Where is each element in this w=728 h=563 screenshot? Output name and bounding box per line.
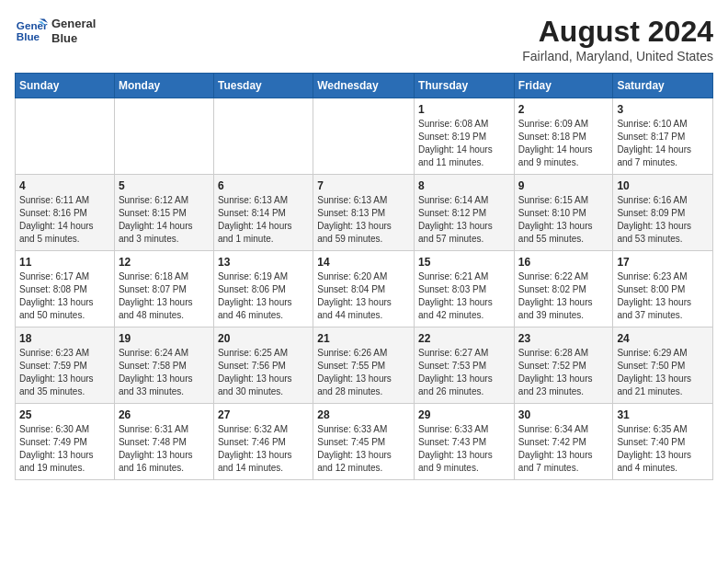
day-info: Sunrise: 6:10 AM Sunset: 8:17 PM Dayligh…: [617, 118, 709, 169]
calendar-week-row: 11Sunrise: 6:17 AM Sunset: 8:08 PM Dayli…: [16, 251, 713, 327]
calendar-cell: 27Sunrise: 6:32 AM Sunset: 7:46 PM Dayli…: [213, 404, 313, 480]
day-info: Sunrise: 6:21 AM Sunset: 8:03 PM Dayligh…: [418, 270, 510, 322]
calendar-cell: 28Sunrise: 6:33 AM Sunset: 7:45 PM Dayli…: [313, 404, 415, 480]
day-number: 1: [418, 103, 510, 116]
day-info: Sunrise: 6:27 AM Sunset: 7:53 PM Dayligh…: [418, 347, 510, 398]
day-info: Sunrise: 6:26 AM Sunset: 7:55 PM Dayligh…: [317, 347, 410, 398]
day-info: Sunrise: 6:33 AM Sunset: 7:43 PM Dayligh…: [418, 423, 510, 475]
weekday-header: Saturday: [613, 74, 713, 98]
day-number: 16: [518, 256, 609, 269]
calendar-cell: 14Sunrise: 6:20 AM Sunset: 8:04 PM Dayli…: [313, 251, 415, 327]
day-info: Sunrise: 6:13 AM Sunset: 8:13 PM Dayligh…: [317, 194, 410, 246]
day-info: Sunrise: 6:23 AM Sunset: 7:59 PM Dayligh…: [19, 347, 110, 398]
calendar-cell: 16Sunrise: 6:22 AM Sunset: 8:02 PM Dayli…: [514, 251, 613, 327]
svg-text:Blue: Blue: [17, 30, 40, 42]
month-title: August 2024: [522, 15, 713, 49]
calendar-cell: 17Sunrise: 6:23 AM Sunset: 8:00 PM Dayli…: [613, 251, 713, 327]
day-number: 24: [617, 332, 709, 345]
weekday-header: Thursday: [415, 74, 515, 98]
weekday-header: Sunday: [16, 74, 115, 98]
day-info: Sunrise: 6:29 AM Sunset: 7:50 PM Dayligh…: [617, 347, 709, 398]
day-info: Sunrise: 6:14 AM Sunset: 8:12 PM Dayligh…: [418, 194, 510, 246]
weekday-header: Friday: [514, 74, 613, 98]
day-number: 20: [218, 332, 309, 345]
calendar-cell: 4Sunrise: 6:11 AM Sunset: 8:16 PM Daylig…: [16, 175, 115, 251]
calendar-cell: 20Sunrise: 6:25 AM Sunset: 7:56 PM Dayli…: [213, 327, 313, 404]
calendar-cell: 12Sunrise: 6:18 AM Sunset: 8:07 PM Dayli…: [114, 251, 213, 327]
logo-name: General: [51, 17, 96, 31]
weekday-header: Monday: [114, 74, 213, 98]
day-number: 7: [317, 179, 410, 192]
day-info: Sunrise: 6:09 AM Sunset: 8:18 PM Dayligh…: [518, 118, 609, 169]
day-info: Sunrise: 6:08 AM Sunset: 8:19 PM Dayligh…: [418, 118, 510, 169]
calendar-week-row: 1Sunrise: 6:08 AM Sunset: 8:19 PM Daylig…: [16, 98, 713, 175]
day-info: Sunrise: 6:35 AM Sunset: 7:40 PM Dayligh…: [617, 423, 709, 475]
day-info: Sunrise: 6:13 AM Sunset: 8:14 PM Dayligh…: [218, 194, 309, 246]
calendar-cell: 18Sunrise: 6:23 AM Sunset: 7:59 PM Dayli…: [16, 327, 115, 404]
day-number: 23: [518, 332, 609, 345]
calendar-cell: 26Sunrise: 6:31 AM Sunset: 7:48 PM Dayli…: [114, 404, 213, 480]
calendar-cell: [16, 98, 115, 175]
day-number: 3: [617, 103, 709, 116]
day-number: 29: [418, 408, 510, 421]
calendar-cell: 24Sunrise: 6:29 AM Sunset: 7:50 PM Dayli…: [613, 327, 713, 404]
calendar-cell: 29Sunrise: 6:33 AM Sunset: 7:43 PM Dayli…: [415, 404, 515, 480]
calendar-table: SundayMondayTuesdayWednesdayThursdayFrid…: [15, 73, 713, 480]
day-info: Sunrise: 6:22 AM Sunset: 8:02 PM Dayligh…: [518, 270, 609, 322]
day-number: 18: [19, 332, 110, 345]
logo-name2: Blue: [51, 31, 96, 46]
calendar-header-row: SundayMondayTuesdayWednesdayThursdayFrid…: [16, 74, 713, 98]
day-info: Sunrise: 6:18 AM Sunset: 8:07 PM Dayligh…: [119, 270, 210, 322]
calendar-cell: 25Sunrise: 6:30 AM Sunset: 7:49 PM Dayli…: [16, 404, 115, 480]
calendar-cell: 6Sunrise: 6:13 AM Sunset: 8:14 PM Daylig…: [213, 175, 313, 251]
logo-icon: General Blue: [15, 15, 48, 48]
day-number: 19: [119, 332, 210, 345]
day-info: Sunrise: 6:15 AM Sunset: 8:10 PM Dayligh…: [518, 194, 609, 246]
day-info: Sunrise: 6:24 AM Sunset: 7:58 PM Dayligh…: [119, 347, 210, 398]
day-info: Sunrise: 6:11 AM Sunset: 8:16 PM Dayligh…: [19, 194, 110, 246]
logo: General Blue General Blue: [15, 15, 96, 48]
day-info: Sunrise: 6:31 AM Sunset: 7:48 PM Dayligh…: [119, 423, 210, 475]
calendar-cell: [114, 98, 213, 175]
calendar-cell: 8Sunrise: 6:14 AM Sunset: 8:12 PM Daylig…: [415, 175, 515, 251]
day-number: 6: [218, 179, 309, 192]
day-number: 4: [19, 179, 110, 192]
calendar-cell: 3Sunrise: 6:10 AM Sunset: 8:17 PM Daylig…: [613, 98, 713, 175]
day-number: 12: [119, 256, 210, 269]
day-info: Sunrise: 6:12 AM Sunset: 8:15 PM Dayligh…: [119, 194, 210, 246]
calendar-cell: [313, 98, 415, 175]
day-number: 22: [418, 332, 510, 345]
day-number: 27: [218, 408, 309, 421]
day-number: 8: [418, 179, 510, 192]
day-number: 25: [19, 408, 110, 421]
day-info: Sunrise: 6:32 AM Sunset: 7:46 PM Dayligh…: [218, 423, 309, 475]
day-number: 28: [317, 408, 410, 421]
day-info: Sunrise: 6:17 AM Sunset: 8:08 PM Dayligh…: [19, 270, 110, 322]
day-info: Sunrise: 6:34 AM Sunset: 7:42 PM Dayligh…: [518, 423, 609, 475]
day-number: 26: [119, 408, 210, 421]
calendar-week-row: 25Sunrise: 6:30 AM Sunset: 7:49 PM Dayli…: [16, 404, 713, 480]
calendar-cell: 19Sunrise: 6:24 AM Sunset: 7:58 PM Dayli…: [114, 327, 213, 404]
day-info: Sunrise: 6:30 AM Sunset: 7:49 PM Dayligh…: [19, 423, 110, 475]
weekday-header: Wednesday: [313, 74, 415, 98]
header: General Blue General Blue August 2024 Fa…: [15, 15, 713, 63]
calendar-week-row: 4Sunrise: 6:11 AM Sunset: 8:16 PM Daylig…: [16, 175, 713, 251]
calendar-cell: 11Sunrise: 6:17 AM Sunset: 8:08 PM Dayli…: [16, 251, 115, 327]
day-number: 14: [317, 256, 410, 269]
weekday-header: Tuesday: [213, 74, 313, 98]
calendar-cell: [213, 98, 313, 175]
day-number: 11: [19, 256, 110, 269]
day-info: Sunrise: 6:28 AM Sunset: 7:52 PM Dayligh…: [518, 347, 609, 398]
calendar-cell: 1Sunrise: 6:08 AM Sunset: 8:19 PM Daylig…: [415, 98, 515, 175]
calendar-cell: 5Sunrise: 6:12 AM Sunset: 8:15 PM Daylig…: [114, 175, 213, 251]
calendar-body: 1Sunrise: 6:08 AM Sunset: 8:19 PM Daylig…: [16, 98, 713, 480]
day-info: Sunrise: 6:20 AM Sunset: 8:04 PM Dayligh…: [317, 270, 410, 322]
day-number: 5: [119, 179, 210, 192]
calendar-cell: 10Sunrise: 6:16 AM Sunset: 8:09 PM Dayli…: [613, 175, 713, 251]
location-title: Fairland, Maryland, United States: [522, 49, 713, 63]
day-number: 30: [518, 408, 609, 421]
day-number: 21: [317, 332, 410, 345]
day-info: Sunrise: 6:25 AM Sunset: 7:56 PM Dayligh…: [218, 347, 309, 398]
day-info: Sunrise: 6:16 AM Sunset: 8:09 PM Dayligh…: [617, 194, 709, 246]
calendar-cell: 2Sunrise: 6:09 AM Sunset: 8:18 PM Daylig…: [514, 98, 613, 175]
